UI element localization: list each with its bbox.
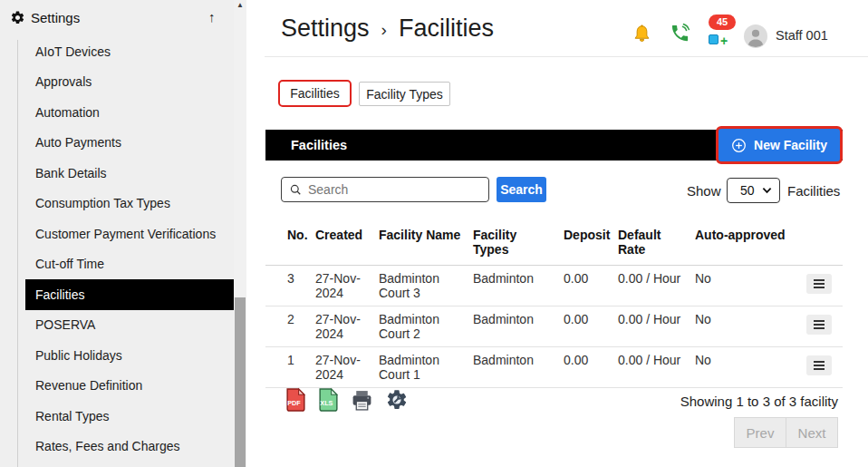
- sidebar-item-approvals[interactable]: Approvals: [0, 67, 234, 98]
- search-input[interactable]: [308, 182, 471, 197]
- circle-plus-icon: [731, 138, 747, 153]
- table-header-row: No. Created Facility Name Facility Types…: [265, 223, 843, 266]
- sidebar-item-poserva[interactable]: POSERVA: [0, 310, 234, 341]
- tab-facilities[interactable]: Facilities: [278, 80, 352, 107]
- sidebar-item-automation[interactable]: Automation: [0, 97, 234, 128]
- svg-text:PDF: PDF: [287, 399, 301, 407]
- xls-export-icon[interactable]: XLS: [318, 387, 339, 412]
- user-name[interactable]: Staff 001: [776, 28, 828, 43]
- cell-default-rate: 0.00 / Hour: [618, 272, 695, 287]
- gear-icon: [10, 10, 25, 25]
- show-label: Show: [687, 183, 721, 199]
- collapse-up-arrow-icon[interactable]: ↑: [208, 9, 216, 24]
- breadcrumb: Settings › Facilities: [281, 15, 494, 43]
- next-button[interactable]: Next: [786, 417, 838, 448]
- col-deposit: Deposit: [564, 228, 618, 242]
- cell-deposit: 0.00: [564, 354, 618, 368]
- scrollbar-up-icon[interactable]: ▲: [234, 1, 246, 9]
- cell-no: 2: [287, 313, 315, 327]
- col-default-rate: Default Rate: [618, 228, 695, 257]
- col-created: Created: [315, 228, 379, 242]
- svg-text:XLS: XLS: [320, 399, 333, 407]
- cell-no: 1: [287, 354, 315, 368]
- breadcrumb-separator-icon: ›: [381, 17, 387, 40]
- row-actions-menu-button[interactable]: [806, 355, 832, 375]
- search-button[interactable]: Search: [497, 177, 546, 202]
- pdf-export-icon[interactable]: PDF: [285, 387, 306, 412]
- row-actions-menu-button[interactable]: [806, 315, 832, 335]
- notification-count-badge: 45: [709, 15, 736, 30]
- cell-created: 27-Nov-2024: [315, 354, 379, 382]
- sidebar-item-facilities[interactable]: Facilities: [25, 279, 234, 310]
- sidebar-item-rates-fees-charges[interactable]: Rates, Fees and Charges: [0, 432, 234, 462]
- cell-facility-name: Badminton Court 2: [379, 313, 473, 341]
- sidebar-item-customer-payment-verifications[interactable]: Customer Payment Verifications: [0, 219, 234, 249]
- header-divider: [265, 56, 868, 57]
- cell-default-rate: 0.00 / Hour: [618, 354, 695, 368]
- table-row: 1 27-Nov-2024 Badminton Court 1 Badminto…: [265, 347, 843, 388]
- page-size-value: 50: [740, 183, 755, 198]
- chevron-down-icon: [762, 187, 772, 194]
- col-facility-name: Facility Name: [379, 228, 473, 242]
- sidebar-item-rental-types[interactable]: Rental Types: [0, 401, 234, 432]
- scrollbar-thumb[interactable]: [235, 297, 246, 467]
- col-facility-types: Facility Types: [473, 228, 564, 257]
- sidebar-item-consumption-tax-types[interactable]: Consumption Tax Types: [0, 189, 234, 219]
- cell-default-rate: 0.00 / Hour: [618, 313, 695, 327]
- results-summary: Showing 1 to 3 of 3 facility: [680, 394, 838, 409]
- cell-facility-type: Badminton: [473, 354, 564, 368]
- cell-deposit: 0.00: [564, 313, 618, 327]
- sidebar-item-aiot-devices[interactable]: AIoT Devices: [0, 36, 234, 67]
- export-toolbar: PDF XLS: [285, 387, 409, 412]
- pagination: Prev Next: [734, 417, 838, 448]
- new-facility-button[interactable]: New Facility: [716, 126, 843, 164]
- sidebar-item-auto-payments[interactable]: Auto Payments: [0, 128, 234, 159]
- cell-created: 27-Nov-2024: [315, 272, 379, 300]
- sidebar-header: Settings ↑: [0, 0, 234, 36]
- table-row: 2 27-Nov-2024 Badminton Court 2 Badminto…: [265, 306, 843, 347]
- booking-plus-icon[interactable]: 45 +: [706, 15, 740, 45]
- sidebar-scrollbar[interactable]: ▲: [234, 0, 246, 467]
- cell-created: 27-Nov-2024: [315, 313, 379, 341]
- page-size-select[interactable]: 50: [727, 178, 780, 203]
- sidebar-item-revenue-definition[interactable]: Revenue Definition: [0, 371, 234, 402]
- cell-facility-name: Badminton Court 3: [379, 272, 473, 300]
- sidebar-title: Settings: [31, 10, 80, 25]
- print-icon[interactable]: [351, 389, 373, 412]
- row-actions-menu-button[interactable]: [806, 274, 832, 294]
- blue-square-icon: [709, 34, 719, 44]
- col-no: No.: [287, 228, 315, 242]
- cell-auto-approved: No: [695, 354, 806, 368]
- cell-deposit: 0.00: [564, 272, 618, 287]
- facilities-settings-page: Settings ↑ AIoT Devices Approvals Automa…: [0, 0, 868, 467]
- cell-facility-name: Badminton Court 1: [379, 354, 473, 382]
- prev-button[interactable]: Prev: [734, 417, 786, 448]
- table-row: 3 27-Nov-2024 Badminton Court 3 Badminto…: [265, 266, 843, 306]
- search-icon: [289, 183, 302, 196]
- export-settings-icon[interactable]: [385, 388, 409, 412]
- sidebar-menu: AIoT Devices Approvals Automation Auto P…: [0, 36, 234, 462]
- cell-facility-type: Badminton: [473, 272, 564, 287]
- phone-icon[interactable]: [670, 23, 690, 44]
- breadcrumb-facilities[interactable]: Facilities: [399, 15, 494, 43]
- cell-auto-approved: No: [695, 272, 806, 287]
- sidebar-item-public-holidays[interactable]: Public Holidays: [0, 340, 234, 371]
- sidebar-item-cut-off-time[interactable]: Cut-off Time: [0, 249, 234, 280]
- breadcrumb-settings[interactable]: Settings: [281, 15, 370, 43]
- facilities-table: No. Created Facility Name Facility Types…: [265, 223, 843, 388]
- cell-facility-type: Badminton: [473, 313, 564, 327]
- plus-icon: +: [720, 34, 728, 48]
- bell-icon[interactable]: [632, 23, 652, 44]
- avatar[interactable]: [744, 24, 767, 48]
- page-size-unit-label: Facilities: [787, 183, 840, 199]
- panel-title: Facilities: [291, 138, 347, 152]
- tab-facility-types[interactable]: Facility Types: [359, 82, 450, 106]
- cell-auto-approved: No: [695, 313, 806, 327]
- col-auto-approved: Auto-approved: [695, 228, 806, 242]
- cell-no: 3: [287, 272, 315, 287]
- settings-sidebar: Settings ↑ AIoT Devices Approvals Automa…: [0, 0, 246, 467]
- new-facility-label: New Facility: [754, 138, 827, 152]
- sidebar-item-bank-details[interactable]: Bank Details: [0, 158, 234, 189]
- search-box: [281, 177, 489, 202]
